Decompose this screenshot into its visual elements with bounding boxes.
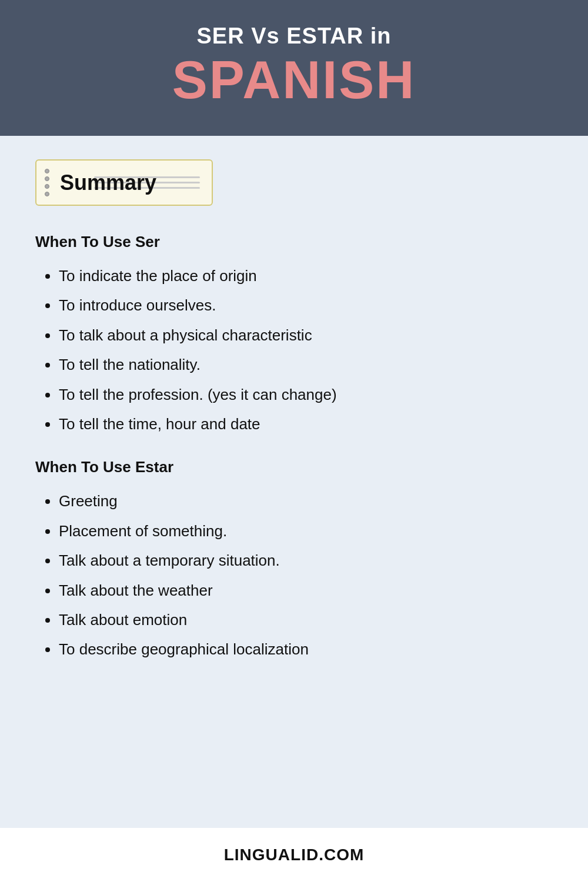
list-item: To talk about a physical characteristic	[59, 325, 553, 346]
list-item: To describe geographical localization	[59, 639, 553, 660]
ser-heading: When To Use Ser	[35, 233, 553, 251]
list-item: To introduce ourselves.	[59, 295, 553, 316]
list-item: Talk about the weather	[59, 580, 553, 601]
ser-list: To indicate the place of originTo introd…	[35, 265, 553, 435]
footer: LINGUALID.COM	[0, 828, 588, 882]
list-item: To tell the nationality.	[59, 354, 553, 375]
main-content: Summary When To Use Ser To indicate the …	[0, 136, 588, 828]
list-item: To tell the time, hour and date	[59, 413, 553, 435]
list-item: Talk about emotion	[59, 609, 553, 630]
list-item: Talk about a temporary situation.	[59, 550, 553, 571]
header: SER Vs ESTAR in SPANISH	[0, 0, 588, 136]
summary-dot-2	[45, 176, 49, 181]
summary-dots-icon	[45, 169, 49, 196]
header-title: SPANISH	[12, 54, 576, 106]
list-item: To indicate the place of origin	[59, 265, 553, 286]
summary-dot-4	[45, 192, 49, 196]
summary-card: Summary	[35, 159, 213, 206]
estar-section: When To Use Estar GreetingPlacement of s…	[35, 458, 553, 660]
ser-section: When To Use Ser To indicate the place of…	[35, 233, 553, 435]
estar-list: GreetingPlacement of something.Talk abou…	[35, 490, 553, 660]
summary-dot-3	[45, 184, 49, 189]
summary-dot-1	[45, 169, 49, 173]
list-item: Placement of something.	[59, 520, 553, 542]
header-subtitle: SER Vs ESTAR in	[12, 24, 576, 49]
estar-heading: When To Use Estar	[35, 458, 553, 476]
summary-label: Summary	[60, 171, 156, 195]
footer-text: LINGUALID.COM	[12, 846, 576, 864]
list-item: To tell the profession. (yes it can chan…	[59, 384, 553, 405]
list-item: Greeting	[59, 490, 553, 512]
